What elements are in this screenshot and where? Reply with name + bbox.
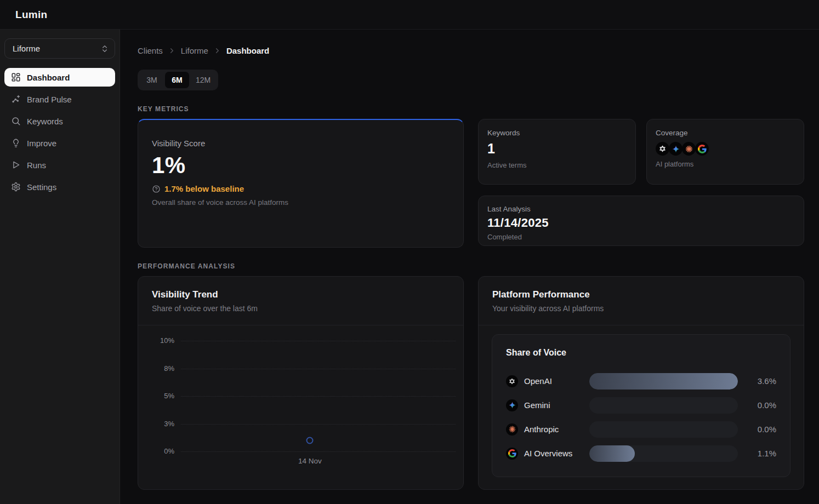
platform-bar-track [589,397,738,414]
visibility-trend-card: Visibility Trend Share of voice over the… [138,276,464,490]
sidebar-item-label: Brand Pulse [27,95,72,104]
platform-name: AI Overviews [524,449,572,458]
platform-percent: 0.0% [738,400,776,410]
last-analysis-card: Last Analysis 11/14/2025 Completed [478,196,804,246]
breadcrumb-client[interactable]: Liforme [181,46,208,55]
platform-row-ai-overviews: AI Overviews 1.1% [506,445,776,462]
platform-bar-track [589,421,738,438]
platform-name: Anthropic [524,425,559,434]
breadcrumb-clients[interactable]: Clients [138,46,163,55]
gear-icon [11,182,21,192]
platform-bar-track [589,445,738,462]
visibility-score-value: 1% [152,152,450,179]
platform-bar-track [589,373,738,390]
gridline: 0% [181,451,456,452]
client-selector[interactable]: Liforme [4,38,115,59]
gridline: 5% [181,396,456,397]
app-logo: Lumin [15,9,48,21]
platform-row-gemini: Gemini 0.0% [506,397,776,414]
keywords-label: Keywords [487,129,627,137]
coverage-platform-icons [656,142,795,156]
breadcrumb-current-page: Dashboard [226,46,269,55]
platform-percent: 3.6% [738,376,776,386]
gridline: 8% [181,369,456,369]
tab-3m[interactable]: 3M [140,72,164,88]
coverage-label: Coverage [656,129,795,137]
trend-plot-area: 10% 8% 5% 3% 0% 14 Nov [181,325,456,489]
sidebar-item-runs[interactable]: Runs [4,156,115,174]
gemini-icon [669,142,682,156]
tab-12m[interactable]: 12M [190,72,216,88]
sidebar-nav: Dashboard Brand Pulse Keywords Improve [4,68,115,196]
share-of-voice-rows: OpenAI 3.6% G [506,373,776,462]
platform-performance-title: Platform Performance [492,289,790,300]
last-analysis-label: Last Analysis [487,205,795,213]
client-selector-value: Liforme [13,44,40,53]
anthropic-icon [682,142,696,156]
pulse-scatter-icon [11,94,21,104]
platform-percent: 0.0% [738,425,776,434]
sidebar-item-keywords[interactable]: Keywords [4,112,115,130]
tab-6m[interactable]: 6M [165,72,189,88]
share-of-voice-title: Share of Voice [506,348,776,358]
platform-row-openai: OpenAI 3.6% [506,373,776,390]
app-topbar: Lumin [0,0,819,30]
visibility-trend-subtitle: Share of voice over the last 6m [152,304,450,313]
sidebar-item-label: Improve [27,139,56,148]
sidebar-item-brand-pulse[interactable]: Brand Pulse [4,90,115,108]
app-layout: Liforme Dashboard Brand Pulse [0,30,819,504]
visibility-trend-chart: 10% 8% 5% 3% 0% 14 Nov [138,325,463,489]
keywords-value: 1 [487,141,627,157]
platform-performance-card: Platform Performance Your visibility acr… [478,276,804,490]
key-metrics-right-column: Keywords 1 Active terms Coverage [478,119,804,248]
platform-name: OpenAI [524,376,552,386]
help-circle-icon[interactable] [152,185,161,193]
search-icon [11,116,21,126]
keywords-card: Keywords 1 Active terms [478,119,636,185]
sidebar-item-settings[interactable]: Settings [4,177,115,196]
chevrons-up-down-icon [100,44,109,53]
platform-performance-header: Platform Performance Your visibility acr… [479,277,804,325]
sidebar-item-label: Settings [27,182,56,192]
y-axis-tick: 8% [146,364,174,373]
visibility-score-delta: 1.7% below baseline [152,184,450,193]
sidebar-item-improve[interactable]: Improve [4,134,115,152]
y-axis-tick: 0% [146,447,174,455]
platform-bar-fill [589,373,738,390]
play-icon [11,160,21,170]
openai-icon [506,375,518,387]
trend-data-point[interactable] [306,437,314,444]
platform-bar-fill [589,445,635,462]
main-content: Clients Liforme Dashboard 3M 6M 12M Key … [120,30,819,504]
openai-icon [656,142,669,156]
google-icon [695,142,709,156]
anthropic-icon [506,423,518,436]
coverage-sub: AI platforms [656,160,795,168]
visibility-score-card: Visibility Score 1% 1.7% below baseline … [138,119,464,248]
performance-analysis-grid: Visibility Trend Share of voice over the… [138,276,804,490]
gridline: 10% [181,341,456,341]
platform-performance-subtitle: Your visibility across AI platforms [492,304,790,313]
gridline: 3% [181,424,456,425]
gemini-icon [506,399,518,411]
sidebar-item-dashboard[interactable]: Dashboard [4,68,115,87]
platform-row-anthropic: Anthropic 0.0% [506,421,776,438]
visibility-trend-header: Visibility Trend Share of voice over the… [138,277,463,325]
dashboard-grid-icon [11,72,21,82]
lightbulb-icon [11,138,21,148]
share-of-voice-panel: Share of Voice OpenAI [492,334,790,477]
key-metrics-grid: Visibility Score 1% 1.7% below baseline … [138,119,804,248]
sidebar: Liforme Dashboard Brand Pulse [0,30,120,504]
section-label-key-metrics: Key Metrics [138,105,804,113]
chevron-right-icon [213,47,221,55]
last-analysis-status: Completed [487,233,795,241]
y-axis-tick: 3% [146,420,174,428]
breadcrumb: Clients Liforme Dashboard [138,46,804,55]
keywords-sub: Active terms [487,161,627,169]
visibility-score-label: Visibility Score [152,139,450,148]
visibility-score-description: Overall share of voice across AI platfor… [152,198,450,207]
platform-percent: 1.1% [738,449,776,458]
x-axis-tick: 14 Nov [298,457,322,465]
y-axis-tick: 5% [146,392,174,400]
sidebar-item-label: Dashboard [27,73,70,82]
